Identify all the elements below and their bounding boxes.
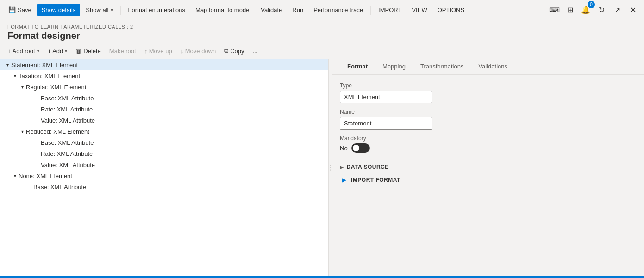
run-button[interactable]: Run bbox=[288, 4, 308, 16]
page-title: Format designer bbox=[7, 31, 637, 41]
tree-toggle-taxation[interactable]: ▾ bbox=[11, 72, 19, 80]
tree-label-none-base: Base: XML Attribute bbox=[33, 184, 86, 191]
office-icon-button[interactable]: ⊞ bbox=[563, 3, 577, 18]
add-root-button[interactable]: + Add root ▾ bbox=[4, 45, 43, 57]
delete-button[interactable]: 🗑 Delete bbox=[72, 45, 105, 57]
tab-validations[interactable]: Validations bbox=[471, 59, 515, 74]
import-button[interactable]: IMPORT bbox=[374, 4, 406, 16]
tree-item-reduced-value[interactable]: ▸ Value: XML Attribute bbox=[0, 159, 328, 170]
import-format-label: IMPORT FORMAT bbox=[351, 177, 400, 183]
copy-button[interactable]: ⧉ Copy bbox=[220, 45, 248, 57]
nav-separator-1 bbox=[120, 6, 121, 15]
notification-button[interactable]: 🔔 0 bbox=[578, 3, 593, 18]
move-down-button[interactable]: ↓ Move down bbox=[177, 45, 220, 57]
tree-label-reduced: Reduced: XML Element bbox=[26, 128, 89, 135]
import-format-section[interactable]: ▶ IMPORT FORMAT bbox=[332, 174, 644, 186]
add-root-arrow: ▾ bbox=[37, 49, 39, 54]
tree-item-regular-value[interactable]: ▸ Value: XML Attribute bbox=[0, 115, 328, 126]
refresh-button[interactable]: ↻ bbox=[594, 3, 609, 18]
tree-item-regular-base[interactable]: ▸ Base: XML Attribute bbox=[0, 93, 328, 104]
name-field: Name bbox=[340, 109, 637, 130]
show-all-button[interactable]: Show all ▾ bbox=[81, 4, 117, 16]
type-field: Type XML Element bbox=[340, 82, 637, 103]
notification-badge: 🔔 0 bbox=[578, 3, 593, 18]
map-format-button[interactable]: Map format to model bbox=[191, 4, 255, 16]
nav-separator-2 bbox=[370, 6, 371, 15]
tree-toggle-regular-rate: ▸ bbox=[33, 105, 41, 113]
tree-item-reduced-rate[interactable]: ▸ Rate: XML Attribute bbox=[0, 148, 328, 159]
close-icon: ✕ bbox=[630, 6, 636, 14]
toggle-thumb bbox=[353, 145, 359, 151]
right-panel: Format Mapping Transformations Validatio… bbox=[332, 59, 644, 276]
save-button[interactable]: 💾 Save bbox=[4, 4, 36, 16]
open-new-button[interactable]: ↗ bbox=[610, 3, 625, 18]
right-panel-tabs: Format Mapping Transformations Validatio… bbox=[332, 59, 644, 75]
tree-toggle-none-base: ▸ bbox=[26, 183, 33, 191]
office-icon: ⊞ bbox=[567, 6, 573, 14]
add-button[interactable]: + Add ▾ bbox=[44, 45, 71, 57]
tree-item-none-base[interactable]: ▸ Base: XML Attribute bbox=[0, 181, 328, 192]
tree-label-none: None: XML Element bbox=[19, 173, 72, 179]
mandatory-toggle[interactable] bbox=[351, 143, 370, 153]
notification-count: 0 bbox=[588, 1, 595, 8]
more-button[interactable]: ... bbox=[249, 45, 262, 57]
tree-item-reduced-base[interactable]: ▸ Base: XML Attribute bbox=[0, 137, 328, 148]
panel-resize-handle[interactable] bbox=[329, 59, 332, 276]
name-input[interactable] bbox=[340, 117, 432, 130]
options-button[interactable]: OPTIONS bbox=[433, 4, 469, 16]
tree-label-regular-value: Value: XML Attribute bbox=[41, 117, 95, 124]
tree-item-statement[interactable]: ▾ Statement: XML Element bbox=[0, 59, 328, 70]
tree-item-reduced[interactable]: ▾ Reduced: XML Element bbox=[0, 126, 328, 137]
tree-item-regular-rate[interactable]: ▸ Rate: XML Attribute bbox=[0, 104, 328, 115]
tab-format[interactable]: Format bbox=[340, 59, 375, 74]
tree-label-taxation: Taxation: XML Element bbox=[19, 73, 80, 80]
validate-button[interactable]: Validate bbox=[256, 4, 287, 16]
tree-toggle-regular-base: ▸ bbox=[33, 94, 41, 102]
code-icon-button[interactable]: ⌨ bbox=[547, 3, 562, 18]
format-toolbar: + Add root ▾ + Add ▾ 🗑 Delete Make root … bbox=[0, 43, 644, 59]
tree-label-regular-base: Base: XML Attribute bbox=[41, 95, 94, 102]
page-header: FORMAT TO LEARN PARAMETERIZED CALLS : 2 … bbox=[0, 20, 644, 43]
show-details-button[interactable]: Show details bbox=[37, 4, 81, 16]
mandatory-label: Mandatory bbox=[340, 135, 637, 142]
tab-mapping[interactable]: Mapping bbox=[375, 59, 413, 74]
make-root-button[interactable]: Make root bbox=[106, 45, 140, 57]
main-content: ▾ Statement: XML Element ▾ Taxation: XML… bbox=[0, 59, 644, 276]
drag-dot-3 bbox=[330, 169, 331, 171]
tree-toggle-regular-value: ▸ bbox=[33, 117, 41, 124]
mandatory-field: Mandatory No bbox=[340, 135, 637, 153]
tree-item-taxation[interactable]: ▾ Taxation: XML Element bbox=[0, 70, 328, 81]
tree-toggle-none[interactable]: ▾ bbox=[11, 172, 19, 179]
breadcrumb: FORMAT TO LEARN PARAMETERIZED CALLS : 2 bbox=[7, 24, 637, 30]
tree-label-reduced-base: Base: XML Attribute bbox=[41, 139, 94, 146]
tree-toggle-statement[interactable]: ▾ bbox=[4, 61, 11, 68]
mandatory-toggle-row: No bbox=[340, 143, 637, 153]
name-label: Name bbox=[340, 109, 637, 115]
data-source-label: DATA SOURCE bbox=[347, 164, 389, 170]
top-navigation: 💾 Save Show details Show all ▾ Format en… bbox=[0, 0, 644, 20]
tree-toggle-regular[interactable]: ▾ bbox=[19, 83, 26, 91]
copy-icon: ⧉ bbox=[224, 47, 228, 55]
move-up-button[interactable]: ↑ Move up bbox=[141, 45, 176, 57]
type-label: Type bbox=[340, 82, 637, 89]
drag-dots bbox=[330, 165, 331, 171]
tree-toggle-reduced[interactable]: ▾ bbox=[19, 128, 26, 135]
data-source-section[interactable]: ▶ DATA SOURCE bbox=[332, 160, 644, 174]
tree-item-regular[interactable]: ▾ Regular: XML Element bbox=[0, 81, 328, 93]
tree-label-regular-rate: Rate: XML Attribute bbox=[41, 106, 93, 113]
delete-icon: 🗑 bbox=[75, 48, 81, 55]
tree-toggle-reduced-value: ▸ bbox=[33, 161, 41, 168]
bottom-accent-bar bbox=[0, 276, 644, 278]
view-button[interactable]: VIEW bbox=[407, 4, 431, 16]
refresh-icon: ↻ bbox=[599, 6, 605, 14]
tree-label-regular: Regular: XML Element bbox=[26, 84, 86, 91]
tree-item-none[interactable]: ▾ None: XML Element bbox=[0, 170, 328, 181]
close-button[interactable]: ✕ bbox=[625, 3, 640, 18]
tab-transformations[interactable]: Transformations bbox=[413, 59, 471, 74]
format-enumerations-button[interactable]: Format enumerations bbox=[124, 4, 190, 16]
type-value: XML Element bbox=[340, 91, 432, 103]
performance-trace-button[interactable]: Performance trace bbox=[309, 4, 368, 16]
add-arrow: ▾ bbox=[65, 49, 67, 54]
tree-toggle-reduced-base: ▸ bbox=[33, 139, 41, 146]
mandatory-no-label: No bbox=[340, 145, 348, 152]
